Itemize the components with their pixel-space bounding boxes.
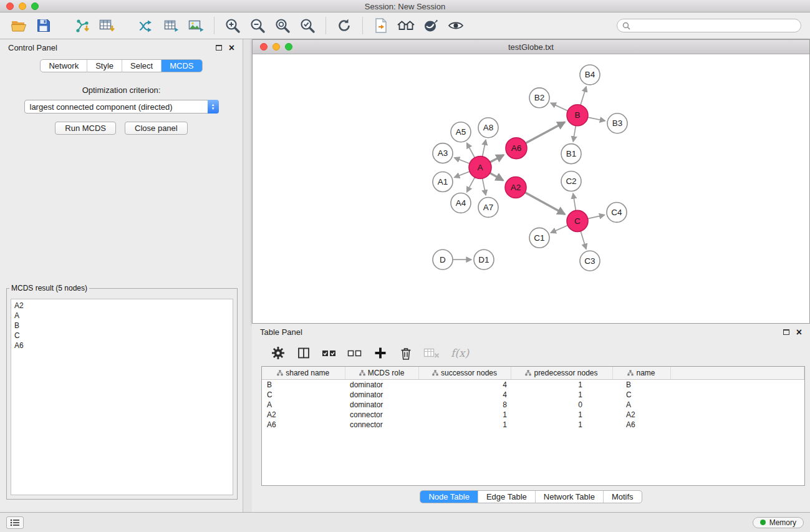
network-node-A[interactable]: A: [469, 157, 491, 179]
network-node-A3[interactable]: A3: [433, 143, 453, 163]
network-edge-A-A2[interactable]: [490, 173, 503, 180]
zoom-out-button[interactable]: [245, 14, 270, 37]
network-node-C4[interactable]: C4: [607, 202, 627, 222]
network-node-D[interactable]: D: [433, 249, 453, 269]
close-network-window-button[interactable]: [260, 43, 268, 51]
network-node-C2[interactable]: C2: [561, 172, 581, 191]
open-session-button[interactable]: [6, 14, 31, 37]
network-node-D1[interactable]: D1: [474, 249, 494, 269]
network-node-A7[interactable]: A7: [478, 197, 498, 217]
open-file-button[interactable]: [369, 14, 393, 37]
network-edge-A-A7[interactable]: [483, 178, 486, 195]
network-edge-C-C3[interactable]: [581, 231, 586, 249]
new-table-button[interactable]: [158, 14, 183, 37]
network-edge-B-B2[interactable]: [551, 103, 567, 111]
network-arrows-button[interactable]: [133, 14, 158, 37]
network-node-A2[interactable]: A2: [505, 177, 526, 198]
network-edge-A-A5[interactable]: [467, 143, 475, 158]
network-node-C[interactable]: C: [567, 210, 588, 231]
export-image-button[interactable]: [183, 14, 208, 37]
column-header-successor-nodes[interactable]: successor nodes: [418, 367, 511, 379]
network-node-C3[interactable]: C3: [580, 251, 600, 271]
table-row[interactable]: Bdominator41B: [262, 379, 804, 390]
run-mcds-button[interactable]: Run MCDS: [55, 122, 116, 135]
network-node-B1[interactable]: B1: [561, 144, 581, 164]
zoom-network-window-button[interactable]: [285, 43, 292, 51]
network-node-C1[interactable]: C1: [529, 228, 549, 248]
table-settings-button[interactable]: [267, 343, 289, 363]
close-panel-button[interactable]: Close panel: [125, 122, 188, 135]
network-edge-C-C1[interactable]: [551, 225, 567, 233]
criterion-dropdown[interactable]: largest connected component (directed) ▴…: [24, 100, 219, 114]
select-all-button[interactable]: [318, 343, 340, 363]
network-edge-B-B1[interactable]: [573, 126, 576, 142]
mcds-result-item[interactable]: B: [14, 321, 229, 331]
network-edge-A-A4[interactable]: [467, 177, 475, 192]
network-node-A8[interactable]: A8: [478, 118, 498, 138]
tab-edge-table[interactable]: Edge Table: [478, 491, 535, 503]
network-edge-B-B4[interactable]: [581, 87, 586, 105]
refresh-button[interactable]: [332, 14, 357, 37]
show-columns-button[interactable]: [292, 343, 315, 363]
tab-style[interactable]: Style: [87, 60, 122, 72]
unselect-all-button[interactable]: [344, 343, 366, 363]
network-edge-A-A6[interactable]: [490, 155, 504, 162]
minimize-network-window-button[interactable]: [272, 43, 280, 51]
network-node-A4[interactable]: A4: [451, 193, 471, 213]
table-row[interactable]: A6connector11A6: [262, 420, 804, 430]
network-node-A6[interactable]: A6: [506, 138, 527, 159]
mcds-result-item[interactable]: A: [14, 311, 229, 321]
float-table-panel-icon[interactable]: [783, 329, 789, 335]
network-edge-C-C2[interactable]: [573, 193, 576, 210]
search-input[interactable]: [617, 19, 801, 32]
table-row[interactable]: Cdominator41C: [262, 390, 804, 400]
network-node-B4[interactable]: B4: [580, 65, 600, 85]
tab-network[interactable]: Network: [41, 60, 87, 72]
network-edge-A2-C[interactable]: [525, 193, 565, 215]
save-session-button[interactable]: [31, 14, 56, 37]
column-header-name[interactable]: name: [612, 367, 670, 379]
network-canvas[interactable]: AA2A6BCA1A3A4A5A7A8B1B2B3B4C1C2C3C4DD1: [253, 54, 809, 323]
mcds-result-list[interactable]: A2ABCA6: [11, 299, 233, 495]
network-node-A1[interactable]: A1: [433, 172, 453, 192]
network-node-B3[interactable]: B3: [607, 114, 627, 133]
show-graphics-button[interactable]: [443, 14, 468, 37]
network-node-B2[interactable]: B2: [529, 88, 549, 108]
style-button[interactable]: [418, 14, 443, 37]
table-row[interactable]: A2connector11A2: [262, 410, 804, 420]
tab-node-table[interactable]: Node Table: [420, 491, 478, 503]
mcds-result-item[interactable]: C: [14, 331, 229, 341]
network-edge-A-A8[interactable]: [483, 140, 486, 157]
close-panel-icon[interactable]: ×: [229, 44, 234, 52]
float-panel-icon[interactable]: [216, 45, 222, 51]
zoom-in-button[interactable]: [220, 14, 245, 37]
import-network-button[interactable]: [70, 14, 95, 37]
network-edge-A6-B[interactable]: [526, 122, 565, 143]
memory-button[interactable]: Memory: [753, 517, 804, 528]
add-row-button[interactable]: [369, 343, 392, 363]
close-table-panel-icon[interactable]: ×: [796, 329, 802, 336]
function-builder-button[interactable]: f(x): [451, 347, 469, 359]
import-table-button[interactable]: [95, 14, 120, 37]
column-header-MCDS-role[interactable]: MCDS role: [345, 367, 418, 379]
column-header-shared-name[interactable]: shared name: [262, 367, 345, 379]
tab-network-table[interactable]: Network Table: [535, 491, 603, 503]
task-history-button[interactable]: [6, 516, 24, 529]
zoom-fit-button[interactable]: [270, 14, 295, 37]
mcds-result-item[interactable]: A2: [14, 301, 229, 311]
network-node-A5[interactable]: A5: [451, 122, 471, 142]
network-edge-C-C4[interactable]: [588, 215, 605, 219]
network-edge-A-A1[interactable]: [455, 172, 470, 177]
network-node-B[interactable]: B: [567, 105, 588, 126]
network-edge-A-A3[interactable]: [455, 158, 470, 163]
mcds-result-item[interactable]: A6: [14, 341, 229, 351]
tab-select[interactable]: Select: [122, 60, 161, 72]
tab-mcds[interactable]: MCDS: [161, 60, 201, 72]
table-row[interactable]: Adominator80A: [262, 400, 804, 410]
tab-motifs[interactable]: Motifs: [603, 491, 642, 503]
home-button[interactable]: [393, 14, 418, 37]
column-header-predecessor-nodes[interactable]: predecessor nodes: [511, 367, 612, 379]
zoom-selected-button[interactable]: [295, 14, 320, 37]
delete-table-button[interactable]: [420, 343, 443, 363]
network-edge-B-B3[interactable]: [588, 117, 605, 121]
